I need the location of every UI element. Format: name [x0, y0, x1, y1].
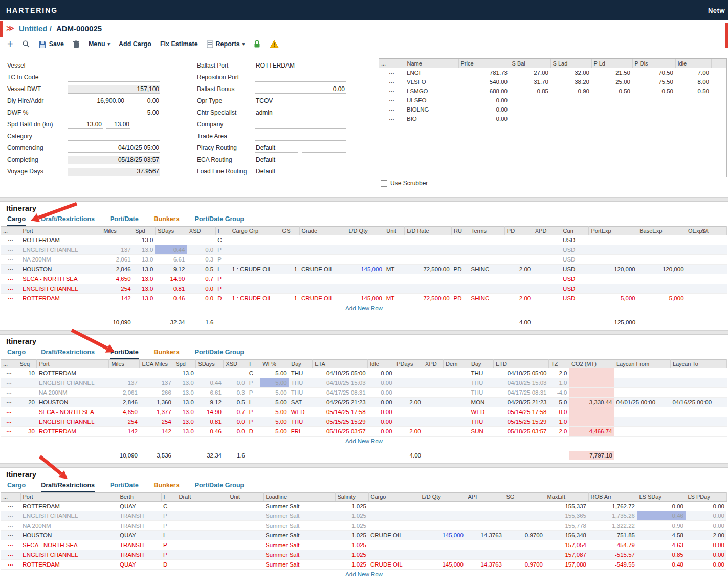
cell-api[interactable] [466, 502, 504, 511]
add-new-row-link[interactable]: Add New Row [1, 303, 727, 313]
cell-tz[interactable]: 2.0 [549, 427, 569, 437]
cell-cargo-grp[interactable] [230, 235, 280, 245]
validation-warning[interactable] [270, 40, 279, 48]
cell-eta[interactable]: 04/10/25 05:00 [313, 368, 368, 378]
tab-port-date[interactable]: Port/Date [110, 349, 139, 359]
cell-ls-pday[interactable]: 0.00 [686, 560, 726, 570]
cell-pdays[interactable] [394, 388, 423, 398]
commencing-field[interactable]: 04/10/25 05:00 [68, 144, 160, 153]
cell-unit[interactable] [228, 511, 263, 521]
row-menu-button[interactable]: ••• [379, 96, 405, 105]
voyage-days-field[interactable]: 37.9567 [68, 168, 160, 176]
cell-portexp[interactable]: 120,000 [589, 265, 637, 274]
cell-price[interactable]: 0.00 [458, 105, 510, 114]
row-menu-button[interactable]: ••• [1, 560, 20, 570]
cell-miles[interactable]: 2,061 [109, 388, 140, 398]
cell-ls-pday[interactable]: 0.00 [686, 502, 726, 511]
cell-s-bal[interactable]: 31.70 [510, 77, 550, 86]
cell-xsd[interactable]: 0.7 [224, 407, 247, 417]
cell-name[interactable]: LSMGO [405, 86, 458, 96]
cell-sdays[interactable]: 0.44 [155, 245, 187, 255]
cell-s-lad[interactable] [550, 114, 591, 123]
cell-spd[interactable]: 13.0 [173, 427, 196, 437]
trade-area-field[interactable] [255, 133, 346, 141]
tab-port-date-group[interactable]: Port/Date Group [195, 349, 245, 359]
cell-day[interactable]: THU [469, 378, 494, 388]
cell-xsd[interactable]: 0.0 [224, 378, 247, 388]
cell-l-d-rate[interactable] [405, 235, 452, 245]
cell-ru[interactable]: PD [452, 294, 469, 303]
cell-maxlift[interactable]: 155,337 [545, 502, 588, 511]
cell-idle[interactable]: 0.00 [368, 417, 394, 427]
section-divider[interactable] [0, 463, 728, 468]
cell-salinity[interactable]: 1.025 [335, 502, 368, 511]
cell-dem[interactable] [444, 398, 469, 407]
cell-unit[interactable]: MT [384, 265, 405, 274]
cell-rob-arr[interactable]: -515.57 [588, 550, 637, 560]
cell-cargo[interactable] [368, 502, 420, 511]
tab-draft-restrictions[interactable]: Draft/Restrictions [41, 215, 95, 226]
cell-oexp-t[interactable] [686, 265, 727, 274]
cell-terms[interactable]: SHINC [469, 294, 505, 303]
cell-xsd[interactable]: 0.3 [224, 388, 247, 398]
cell-sdays[interactable]: 6.61 [196, 388, 224, 398]
cell-idle[interactable] [675, 114, 711, 123]
opr-type-field[interactable]: TCOV [255, 97, 346, 105]
cell-name[interactable]: ULSFO [405, 96, 458, 105]
cell-price[interactable]: 540.00 [458, 77, 510, 86]
cell-portexp[interactable] [589, 255, 637, 265]
tab-port-date[interactable]: Port/Date [110, 482, 139, 492]
ballast-port-field[interactable]: ROTTERDAM [255, 62, 346, 70]
cell-sg[interactable] [504, 502, 545, 511]
cell-port[interactable]: ENGLISH CHANNEL [20, 284, 101, 294]
cell-f[interactable]: P [247, 417, 260, 427]
cell-xpd[interactable] [423, 417, 444, 427]
cell-unit[interactable] [228, 502, 263, 511]
cell-day[interactable]: THU [289, 417, 313, 427]
cell-eta[interactable]: 05/15/25 15:29 [313, 417, 368, 427]
cell-eta[interactable]: 04/26/25 21:23 [313, 398, 368, 407]
cell-dem[interactable] [444, 388, 469, 398]
cell-co2-mt[interactable] [569, 388, 614, 398]
cell-s-bal[interactable]: 0.85 [510, 86, 550, 96]
cell-co2-mt[interactable] [569, 368, 614, 378]
tab-draft-restrictions[interactable]: Draft/Restrictions [41, 349, 95, 359]
cell-day[interactable]: WED [469, 407, 494, 417]
add-cargo-button[interactable]: Add Cargo [119, 40, 151, 48]
cell-f[interactable]: C [247, 368, 260, 378]
cell-name[interactable]: VLSFO [405, 77, 458, 86]
cell-ls-sday[interactable]: 0.46 [637, 511, 686, 521]
cell-l-d-qty[interactable]: 145,000 [346, 265, 384, 274]
row-menu-button[interactable]: ••• [1, 265, 20, 274]
cell-sdays[interactable]: 14.90 [196, 407, 224, 417]
cell-xpd[interactable] [533, 265, 561, 274]
cell-spd[interactable]: 13.0 [173, 417, 196, 427]
cell-xpd[interactable] [533, 255, 561, 265]
delete-button[interactable] [73, 40, 80, 48]
cell-etd[interactable]: 05/15/25 15:29 [494, 417, 549, 427]
cell-wf[interactable]: 5.00 [260, 427, 289, 437]
row-menu-button[interactable]: ••• [1, 284, 20, 294]
cell-miles[interactable] [101, 235, 133, 245]
cell-eca-miles[interactable]: 1,360 [140, 398, 173, 407]
cell-cargo[interactable] [368, 521, 420, 531]
cell-eca-miles[interactable] [140, 368, 173, 378]
cell-salinity[interactable]: 1.025 [335, 560, 368, 570]
cell-port[interactable]: ENGLISH CHANNEL [37, 378, 109, 388]
cell-eta[interactable]: 05/14/25 17:58 [313, 407, 368, 417]
spd-bal-ldn-kn-field-2[interactable]: 13.00 [106, 121, 130, 129]
cell-spd[interactable]: 13.0 [133, 274, 156, 284]
cell-f[interactable]: P [247, 407, 260, 417]
cell-curr[interactable]: USD [561, 274, 589, 284]
cell-sdays[interactable]: 9.12 [196, 398, 224, 407]
cell-spd[interactable]: 13.0 [133, 235, 156, 245]
fix-estimate-button[interactable]: Fix Estimate [160, 40, 198, 48]
cell-ls-pday[interactable]: 0.00 [686, 550, 726, 560]
cell-api[interactable] [466, 511, 504, 521]
cell-grade[interactable] [299, 255, 346, 265]
cell-s-lad[interactable] [550, 96, 591, 105]
cell-curr[interactable]: USD [561, 255, 589, 265]
cell-eca-miles[interactable]: 266 [140, 388, 173, 398]
cell-loadline[interactable]: Summer Salt [263, 540, 335, 550]
cell-s-bal[interactable] [510, 114, 550, 123]
